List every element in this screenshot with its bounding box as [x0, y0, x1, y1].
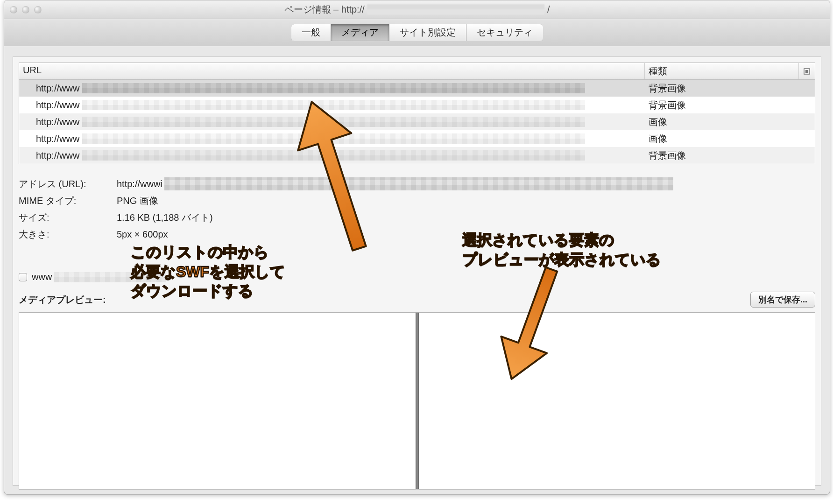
cell-url-redacted	[82, 83, 585, 93]
cell-url-text: http://www	[23, 150, 79, 161]
cell-url-redacted	[82, 117, 585, 127]
minimize-window-button[interactable]	[22, 6, 29, 14]
block-images-checkbox[interactable]	[19, 273, 27, 281]
zoom-window-button[interactable]	[34, 6, 42, 14]
preview-label: メディアプレビュー:	[19, 294, 106, 306]
cell-url-text: http://www	[23, 100, 79, 111]
block-images-row: www	[19, 272, 815, 282]
col-url[interactable]: URL	[19, 63, 645, 79]
media-preview-pane	[19, 312, 815, 490]
window-controls	[10, 6, 42, 14]
cell-url-redacted	[82, 100, 585, 110]
table-row[interactable]: http://www画像	[19, 113, 815, 130]
preview-header-row: メディアプレビュー: 別名で保存...	[19, 292, 815, 308]
dimensions-value: 5px × 600px	[117, 229, 815, 240]
addr-label: アドレス (URL):	[19, 178, 117, 190]
media-details: アドレス (URL): http://wwwi MIME タイプ: PNG 画像…	[19, 175, 815, 243]
media-preview-image	[416, 313, 419, 489]
block-images-domain-prefix: www	[32, 272, 52, 282]
cell-url-redacted	[82, 133, 585, 144]
tab-media[interactable]: メディア	[331, 24, 389, 41]
table-row[interactable]: http://www背景画像	[19, 80, 815, 97]
tab-general[interactable]: 一般	[291, 24, 331, 41]
table-row[interactable]: http://www背景画像	[19, 147, 815, 164]
cell-url: http://www	[19, 133, 645, 144]
cell-url: http://www	[19, 117, 645, 127]
dimensions-label: 大きさ:	[19, 228, 117, 241]
cell-type: 背景画像	[645, 82, 815, 95]
cell-url: http://www	[19, 83, 645, 94]
window-title-text: ページ情報 – http://	[284, 4, 365, 14]
cell-url-redacted	[82, 150, 585, 161]
cell-type: 背景画像	[645, 99, 815, 112]
cell-type: 画像	[645, 133, 815, 145]
filesize-value: 1.16 KB (1,188 バイト)	[117, 211, 815, 224]
toolbar: 一般 メディア サイト別設定 セキュリティ	[4, 19, 830, 46]
titlebar: ページ情報 – http:// /	[4, 0, 830, 19]
column-picker-icon[interactable]	[799, 63, 815, 79]
media-panel: URL 種類 http://www背景画像http://www背景画像http:…	[13, 56, 821, 486]
media-table: URL 種類 http://www背景画像http://www背景画像http:…	[19, 63, 815, 164]
table-header: URL 種類	[19, 63, 815, 80]
cell-url-text: http://www	[23, 117, 79, 127]
window-title-redacted	[367, 4, 544, 14]
cell-type: 画像	[645, 116, 815, 128]
svg-rect-1	[805, 70, 808, 73]
block-images-domain-redacted	[54, 272, 166, 282]
tab-perms[interactable]: サイト別設定	[389, 24, 466, 41]
info-tab-bar: 一般 メディア サイト別設定 セキュリティ	[291, 24, 543, 41]
filesize-label: サイズ:	[19, 211, 117, 224]
window-title: ページ情報 – http:// /	[4, 3, 830, 16]
col-type[interactable]: 種類	[645, 63, 799, 79]
table-row[interactable]: http://www背景画像	[19, 97, 815, 113]
cell-url-text: http://www	[23, 83, 79, 94]
cell-type: 背景画像	[645, 149, 815, 162]
addr-value: http://wwwi	[117, 179, 162, 189]
page-info-window: ページ情報 – http:// / 一般 メディア サイト別設定 セキュリティ …	[4, 0, 830, 495]
cell-url: http://www	[19, 150, 645, 161]
mime-label: MIME タイプ:	[19, 195, 117, 207]
addr-redacted	[164, 177, 673, 190]
save-as-button[interactable]: 別名で保存...	[750, 292, 815, 308]
tab-security[interactable]: セキュリティ	[466, 24, 543, 41]
table-row[interactable]: http://www画像	[19, 130, 815, 147]
table-body: http://www背景画像http://www背景画像http://www画像…	[19, 80, 815, 164]
mime-value: PNG 画像	[117, 195, 815, 207]
cell-url-text: http://www	[23, 133, 79, 144]
close-window-button[interactable]	[10, 6, 17, 14]
cell-url: http://www	[19, 100, 645, 111]
